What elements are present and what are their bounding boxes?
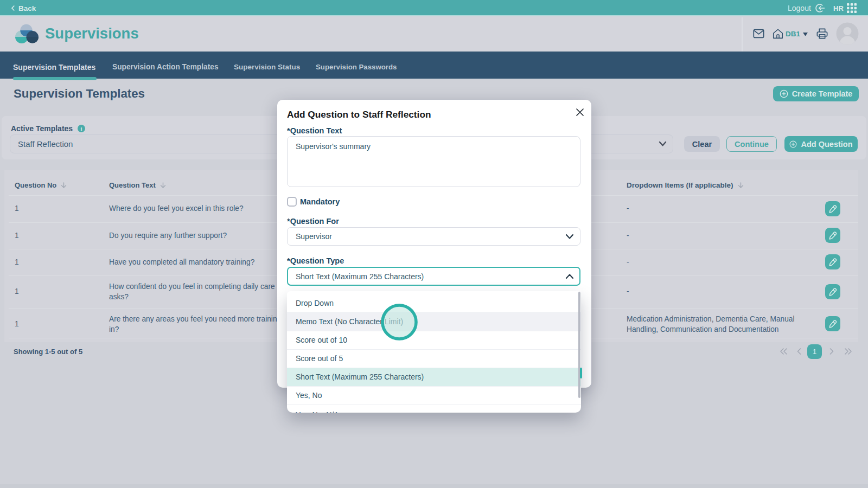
svg-text:i: i — [81, 126, 82, 132]
